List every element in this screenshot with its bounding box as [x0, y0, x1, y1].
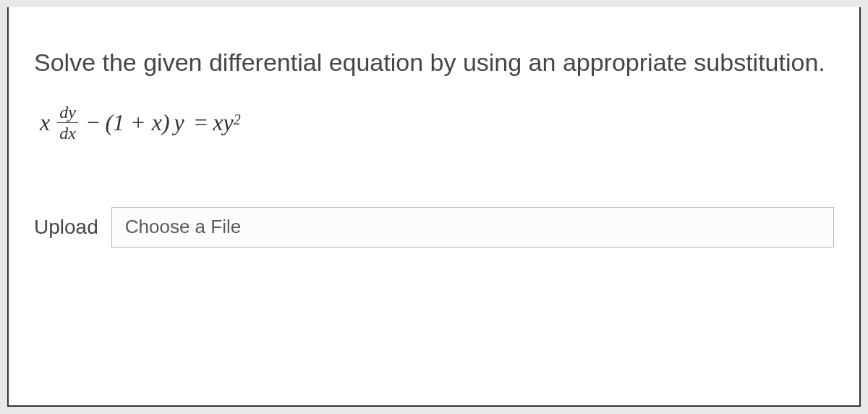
eq-paren: (1 + x): [105, 109, 169, 136]
upload-label: Upload: [34, 216, 98, 239]
eq-fraction-num: dy: [57, 104, 78, 123]
eq-minus: −: [85, 109, 101, 136]
eq-y: y: [174, 109, 184, 136]
question-card: Solve the given differential equation by…: [7, 7, 861, 407]
question-prompt: Solve the given differential equation by…: [34, 43, 834, 82]
upload-row: Upload Choose a File: [34, 207, 834, 248]
eq-equals: =: [193, 109, 209, 136]
eq-lhs-coef: x: [40, 109, 50, 136]
equation: x dy dx − (1 + x) y = xy2: [35, 104, 834, 142]
eq-rhs-exponent: 2: [234, 111, 241, 128]
file-upload-input[interactable]: Choose a File: [111, 207, 834, 248]
eq-fraction: dy dx: [57, 104, 78, 142]
eq-rhs-base: xy: [213, 109, 233, 136]
file-upload-placeholder: Choose a File: [125, 216, 241, 238]
eq-fraction-den: dx: [59, 123, 76, 142]
